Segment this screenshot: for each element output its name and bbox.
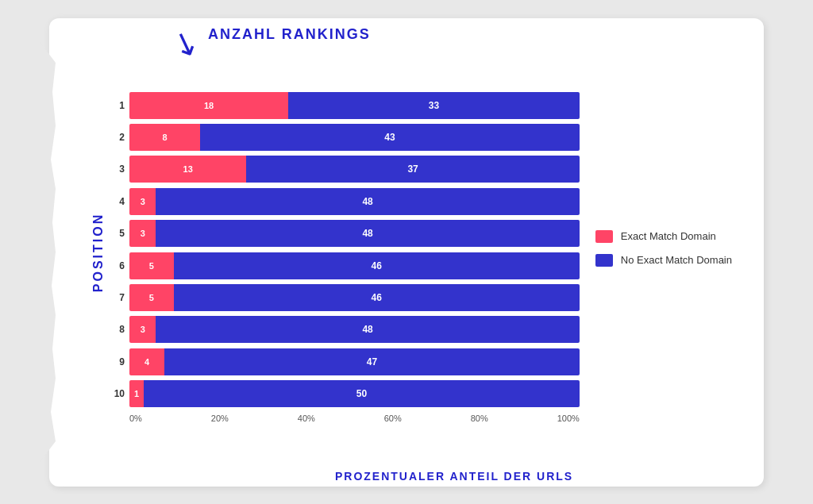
bar-track: 546 bbox=[129, 284, 580, 311]
emd-bar: 3 bbox=[129, 316, 156, 343]
position-label: 5 bbox=[105, 228, 125, 239]
x-tick: 20% bbox=[211, 414, 229, 423]
bar-track: 546 bbox=[129, 252, 580, 279]
emd-bar: 1 bbox=[129, 380, 144, 407]
x-tick: 100% bbox=[557, 414, 580, 423]
x-tick: 60% bbox=[384, 414, 402, 423]
no-emd-bar: 48 bbox=[156, 220, 579, 247]
emd-bar: 5 bbox=[129, 252, 174, 279]
legend-swatch bbox=[595, 254, 613, 267]
emd-bar: 3 bbox=[129, 188, 156, 215]
position-label: 9 bbox=[105, 356, 125, 367]
emd-bar: 4 bbox=[129, 348, 164, 375]
bar-track: 348 bbox=[129, 188, 580, 215]
no-emd-bar: 33 bbox=[288, 92, 580, 119]
no-emd-bar: 50 bbox=[144, 380, 580, 407]
emd-bar: 18 bbox=[129, 92, 288, 119]
position-label: 7 bbox=[105, 292, 125, 303]
legend-item: No Exact Match Domain bbox=[595, 254, 732, 267]
no-emd-bar: 46 bbox=[174, 252, 580, 279]
bars-section: 1183328433133743485348654675468348944710… bbox=[105, 50, 580, 447]
bar-row: 11833 bbox=[105, 90, 580, 121]
bar-row: 9447 bbox=[105, 347, 580, 377]
x-axis-label: PROZENTUALER ANTEIL DER URLS bbox=[335, 470, 573, 483]
bar-track: 348 bbox=[129, 220, 580, 247]
x-tick: 40% bbox=[298, 414, 315, 423]
bar-row: 2843 bbox=[105, 122, 580, 152]
bar-row: 8348 bbox=[105, 314, 580, 344]
bar-row: 10150 bbox=[105, 379, 580, 409]
bar-row: 4348 bbox=[105, 187, 580, 217]
position-label: 6 bbox=[105, 260, 125, 271]
x-tick: 0% bbox=[129, 414, 142, 423]
chart-title: ANZAHL RANKINGS bbox=[208, 26, 371, 43]
bar-row: 5348 bbox=[105, 218, 580, 248]
position-label: 10 bbox=[105, 388, 125, 399]
no-emd-bar: 46 bbox=[174, 284, 580, 311]
bar-track: 447 bbox=[129, 348, 580, 375]
emd-bar: 5 bbox=[129, 284, 174, 311]
bar-row: 6546 bbox=[105, 251, 580, 281]
bar-track: 150 bbox=[129, 380, 580, 407]
position-label: 4 bbox=[105, 196, 125, 207]
legend-label: No Exact Match Domain bbox=[621, 254, 732, 266]
y-axis-label: POSITION bbox=[91, 212, 106, 291]
no-emd-bar: 48 bbox=[156, 316, 579, 343]
bar-track: 843 bbox=[129, 124, 580, 151]
emd-bar: 8 bbox=[129, 124, 200, 151]
position-label: 2 bbox=[105, 132, 125, 143]
x-tick: 80% bbox=[471, 414, 488, 423]
position-label: 3 bbox=[105, 164, 125, 175]
bar-track: 348 bbox=[129, 316, 580, 343]
legend-label: Exact Match Domain bbox=[621, 230, 716, 242]
bar-row: 7546 bbox=[105, 283, 580, 313]
position-label: 8 bbox=[105, 324, 125, 335]
legend-swatch bbox=[595, 230, 613, 243]
legend-item: Exact Match Domain bbox=[595, 230, 732, 243]
bar-track: 1833 bbox=[129, 92, 580, 119]
no-emd-bar: 48 bbox=[156, 188, 579, 215]
x-axis-ticks: 0%20%40%60%80%100% bbox=[129, 414, 580, 423]
legend: Exact Match DomainNo Exact Match Domain bbox=[580, 50, 732, 447]
emd-bar: 3 bbox=[129, 220, 156, 247]
no-emd-bar: 47 bbox=[164, 348, 580, 375]
bar-row: 31337 bbox=[105, 154, 580, 184]
chart-container: ANZAHL RANKINGS ↙ POSITION 1183328433133… bbox=[49, 18, 764, 487]
no-emd-bar: 37 bbox=[246, 156, 579, 183]
no-emd-bar: 43 bbox=[200, 124, 580, 151]
emd-bar: 13 bbox=[129, 156, 246, 183]
position-label: 1 bbox=[105, 100, 125, 111]
bar-track: 1337 bbox=[129, 156, 580, 183]
